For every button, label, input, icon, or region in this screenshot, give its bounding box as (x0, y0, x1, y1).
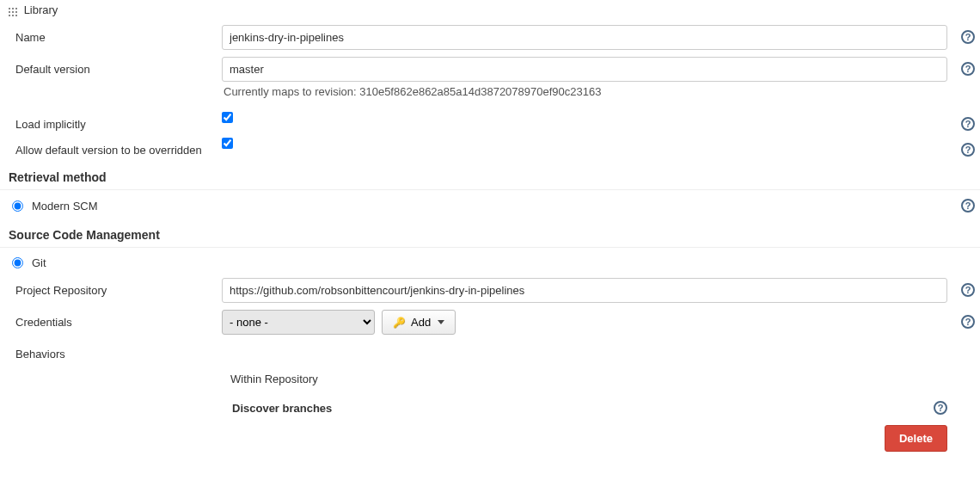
default-version-label: Default version (0, 57, 222, 76)
help-icon[interactable]: ? (961, 143, 975, 157)
svg-text:?: ? (965, 119, 971, 129)
delete-button[interactable]: Delete (885, 425, 947, 452)
name-input[interactable] (222, 25, 947, 50)
library-header: Library (0, 0, 980, 22)
help-icon[interactable]: ? (961, 62, 975, 76)
project-repository-input[interactable] (222, 278, 947, 303)
behaviors-label: Behaviors (0, 342, 222, 361)
svg-text:?: ? (965, 145, 971, 155)
drag-icon[interactable] (7, 6, 17, 16)
help-icon[interactable]: ? (961, 199, 975, 213)
scm-header: Source Code Management (0, 218, 980, 248)
load-implicitly-label: Load implicitly (0, 112, 222, 131)
svg-text:?: ? (938, 403, 944, 413)
help-icon[interactable]: ? (961, 315, 975, 329)
load-implicitly-checkbox[interactable] (222, 112, 233, 123)
help-icon[interactable]: ? (934, 401, 947, 415)
allow-override-label: Allow default version to be overridden (0, 138, 222, 157)
add-button-label: Add (411, 316, 431, 329)
credentials-select[interactable]: - none - (222, 310, 375, 335)
allow-override-checkbox[interactable] (222, 138, 233, 149)
key-icon: 🔑 (393, 317, 406, 329)
add-credentials-button[interactable]: 🔑 Add (382, 310, 456, 335)
credentials-label: Credentials (0, 310, 222, 329)
svg-text:?: ? (965, 285, 971, 295)
retrieval-method-header: Retrieval method (0, 160, 980, 190)
svg-text:?: ? (965, 317, 971, 327)
name-label: Name (0, 25, 222, 44)
help-icon[interactable]: ? (961, 283, 975, 297)
svg-text:?: ? (965, 200, 971, 211)
revision-mapping-text: Currently maps to revision: 310e5f862e86… (222, 82, 947, 105)
modern-scm-label: Modern SCM (32, 200, 98, 213)
modern-scm-radio[interactable] (12, 200, 23, 212)
git-radio[interactable] (12, 257, 23, 268)
svg-text:?: ? (965, 32, 971, 42)
default-version-input[interactable] (222, 57, 947, 82)
git-label: Git (32, 256, 46, 269)
svg-text:?: ? (965, 64, 971, 74)
within-repository-label: Within Repository (222, 364, 947, 397)
chevron-down-icon (438, 320, 444, 324)
help-icon[interactable]: ? (961, 30, 975, 44)
project-repository-label: Project Repository (0, 278, 222, 297)
help-icon[interactable]: ? (961, 117, 975, 131)
discover-branches-label: Discover branches (222, 402, 934, 415)
library-title-text: Library (24, 3, 58, 16)
